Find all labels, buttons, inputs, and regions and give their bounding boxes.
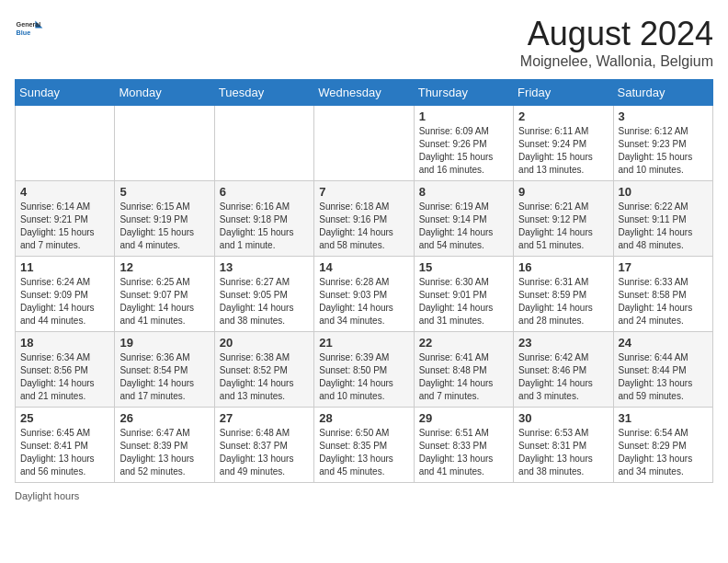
calendar-cell: 18Sunrise: 6:34 AM Sunset: 8:56 PM Dayli… <box>16 332 115 408</box>
day-info: Sunrise: 6:25 AM Sunset: 9:07 PM Dayligh… <box>119 276 209 327</box>
day-info: Sunrise: 6:19 AM Sunset: 9:14 PM Dayligh… <box>419 201 508 252</box>
day-number: 29 <box>419 411 508 425</box>
calendar-cell: 25Sunrise: 6:45 AM Sunset: 8:41 PM Dayli… <box>16 408 115 483</box>
weekday-header-friday: Friday <box>514 80 613 106</box>
calendar-cell: 21Sunrise: 6:39 AM Sunset: 8:50 PM Dayli… <box>314 332 414 408</box>
calendar-cell: 8Sunrise: 6:19 AM Sunset: 9:14 PM Daylig… <box>414 181 513 257</box>
day-info: Sunrise: 6:34 AM Sunset: 8:56 PM Dayligh… <box>20 351 109 403</box>
day-info: Sunrise: 6:47 AM Sunset: 8:39 PM Dayligh… <box>119 427 209 478</box>
day-number: 19 <box>119 336 209 350</box>
calendar-cell: 16Sunrise: 6:31 AM Sunset: 8:59 PM Dayli… <box>514 257 613 332</box>
calendar-cell: 28Sunrise: 6:50 AM Sunset: 8:35 PM Dayli… <box>314 408 414 483</box>
day-info: Sunrise: 6:22 AM Sunset: 9:11 PM Dayligh… <box>619 201 708 252</box>
day-number: 17 <box>619 260 708 274</box>
footer: Daylight hours <box>15 490 713 501</box>
calendar-week-2: 4Sunrise: 6:14 AM Sunset: 9:21 PM Daylig… <box>16 181 713 257</box>
weekday-header-saturday: Saturday <box>613 80 712 106</box>
day-number: 9 <box>518 185 608 199</box>
day-number: 15 <box>419 260 508 274</box>
day-number: 18 <box>20 336 109 350</box>
day-number: 30 <box>518 411 608 425</box>
calendar-week-5: 25Sunrise: 6:45 AM Sunset: 8:41 PM Dayli… <box>16 408 713 483</box>
calendar-cell: 15Sunrise: 6:30 AM Sunset: 9:01 PM Dayli… <box>414 257 513 332</box>
day-number: 1 <box>419 109 508 123</box>
day-info: Sunrise: 6:41 AM Sunset: 8:48 PM Dayligh… <box>419 351 508 403</box>
calendar-cell: 23Sunrise: 6:42 AM Sunset: 8:46 PM Dayli… <box>514 332 613 408</box>
day-number: 7 <box>319 185 408 199</box>
weekday-header-monday: Monday <box>115 80 214 106</box>
calendar-cell <box>214 106 313 181</box>
day-number: 6 <box>220 185 309 199</box>
day-number: 4 <box>20 185 109 199</box>
calendar-week-4: 18Sunrise: 6:34 AM Sunset: 8:56 PM Dayli… <box>16 332 713 408</box>
day-info: Sunrise: 6:21 AM Sunset: 9:12 PM Dayligh… <box>518 201 608 252</box>
calendar-cell: 13Sunrise: 6:27 AM Sunset: 9:05 PM Dayli… <box>214 257 313 332</box>
calendar-cell: 11Sunrise: 6:24 AM Sunset: 9:09 PM Dayli… <box>16 257 115 332</box>
location-subtitle: Moignelee, Wallonia, Belgium <box>520 53 713 70</box>
calendar-cell: 22Sunrise: 6:41 AM Sunset: 8:48 PM Dayli… <box>414 332 513 408</box>
calendar-cell: 2Sunrise: 6:11 AM Sunset: 9:24 PM Daylig… <box>514 106 613 181</box>
month-year-title: August 2024 <box>520 15 713 53</box>
day-info: Sunrise: 6:31 AM Sunset: 8:59 PM Dayligh… <box>518 276 608 327</box>
day-info: Sunrise: 6:18 AM Sunset: 9:16 PM Dayligh… <box>319 201 408 252</box>
day-info: Sunrise: 6:28 AM Sunset: 9:03 PM Dayligh… <box>319 276 408 327</box>
calendar-cell: 6Sunrise: 6:16 AM Sunset: 9:18 PM Daylig… <box>214 181 313 257</box>
day-info: Sunrise: 6:50 AM Sunset: 8:35 PM Dayligh… <box>319 427 408 478</box>
day-info: Sunrise: 6:24 AM Sunset: 9:09 PM Dayligh… <box>20 276 109 327</box>
calendar-cell: 27Sunrise: 6:48 AM Sunset: 8:37 PM Dayli… <box>214 408 313 483</box>
day-info: Sunrise: 6:30 AM Sunset: 9:01 PM Dayligh… <box>419 276 508 327</box>
day-number: 13 <box>220 260 309 274</box>
day-number: 28 <box>319 411 408 425</box>
page-header: General Blue August 2024 Moignelee, Wall… <box>15 15 713 70</box>
calendar-cell: 19Sunrise: 6:36 AM Sunset: 8:54 PM Dayli… <box>115 332 214 408</box>
day-number: 25 <box>20 411 109 425</box>
day-info: Sunrise: 6:54 AM Sunset: 8:29 PM Dayligh… <box>619 427 708 478</box>
calendar-cell: 7Sunrise: 6:18 AM Sunset: 9:16 PM Daylig… <box>314 181 414 257</box>
day-info: Sunrise: 6:44 AM Sunset: 8:44 PM Dayligh… <box>619 351 708 403</box>
day-info: Sunrise: 6:51 AM Sunset: 8:33 PM Dayligh… <box>419 427 508 478</box>
calendar-cell: 5Sunrise: 6:15 AM Sunset: 9:19 PM Daylig… <box>115 181 214 257</box>
day-number: 8 <box>419 185 508 199</box>
day-info: Sunrise: 6:09 AM Sunset: 9:26 PM Dayligh… <box>419 125 508 177</box>
day-number: 11 <box>20 260 109 274</box>
day-info: Sunrise: 6:42 AM Sunset: 8:46 PM Dayligh… <box>518 351 608 403</box>
daylight-label: Daylight hours <box>15 490 79 501</box>
calendar-cell: 14Sunrise: 6:28 AM Sunset: 9:03 PM Dayli… <box>314 257 414 332</box>
day-info: Sunrise: 6:12 AM Sunset: 9:23 PM Dayligh… <box>619 125 708 177</box>
calendar-cell: 30Sunrise: 6:53 AM Sunset: 8:31 PM Dayli… <box>514 408 613 483</box>
day-info: Sunrise: 6:39 AM Sunset: 8:50 PM Dayligh… <box>319 351 408 403</box>
day-number: 27 <box>220 411 309 425</box>
svg-text:General: General <box>17 20 41 29</box>
calendar-cell: 26Sunrise: 6:47 AM Sunset: 8:39 PM Dayli… <box>115 408 214 483</box>
day-number: 23 <box>518 336 608 350</box>
day-number: 20 <box>220 336 309 350</box>
weekday-header-wednesday: Wednesday <box>314 80 414 106</box>
day-info: Sunrise: 6:11 AM Sunset: 9:24 PM Dayligh… <box>518 125 608 177</box>
day-number: 31 <box>619 411 708 425</box>
calendar-week-1: 1Sunrise: 6:09 AM Sunset: 9:26 PM Daylig… <box>16 106 713 181</box>
calendar-cell: 29Sunrise: 6:51 AM Sunset: 8:33 PM Dayli… <box>414 408 513 483</box>
calendar-cell <box>314 106 414 181</box>
day-number: 24 <box>619 336 708 350</box>
day-info: Sunrise: 6:38 AM Sunset: 8:52 PM Dayligh… <box>220 351 309 403</box>
calendar-cell: 10Sunrise: 6:22 AM Sunset: 9:11 PM Dayli… <box>613 181 712 257</box>
calendar-week-3: 11Sunrise: 6:24 AM Sunset: 9:09 PM Dayli… <box>16 257 713 332</box>
day-number: 26 <box>119 411 209 425</box>
calendar-cell: 12Sunrise: 6:25 AM Sunset: 9:07 PM Dayli… <box>115 257 214 332</box>
day-info: Sunrise: 6:48 AM Sunset: 8:37 PM Dayligh… <box>220 427 309 478</box>
day-number: 16 <box>518 260 608 274</box>
calendar-cell: 24Sunrise: 6:44 AM Sunset: 8:44 PM Dayli… <box>613 332 712 408</box>
day-info: Sunrise: 6:14 AM Sunset: 9:21 PM Dayligh… <box>20 201 109 252</box>
day-info: Sunrise: 6:27 AM Sunset: 9:05 PM Dayligh… <box>220 276 309 327</box>
weekday-header-thursday: Thursday <box>414 80 513 106</box>
calendar-cell: 1Sunrise: 6:09 AM Sunset: 9:26 PM Daylig… <box>414 106 513 181</box>
day-info: Sunrise: 6:36 AM Sunset: 8:54 PM Dayligh… <box>119 351 209 403</box>
calendar-cell: 4Sunrise: 6:14 AM Sunset: 9:21 PM Daylig… <box>16 181 115 257</box>
calendar-cell: 9Sunrise: 6:21 AM Sunset: 9:12 PM Daylig… <box>514 181 613 257</box>
calendar-header: SundayMondayTuesdayWednesdayThursdayFrid… <box>16 80 713 106</box>
title-block: August 2024 Moignelee, Wallonia, Belgium <box>520 15 713 70</box>
day-number: 22 <box>419 336 508 350</box>
weekday-header-tuesday: Tuesday <box>214 80 313 106</box>
calendar-table: SundayMondayTuesdayWednesdayThursdayFrid… <box>15 79 713 483</box>
calendar-cell: 31Sunrise: 6:54 AM Sunset: 8:29 PM Dayli… <box>613 408 712 483</box>
